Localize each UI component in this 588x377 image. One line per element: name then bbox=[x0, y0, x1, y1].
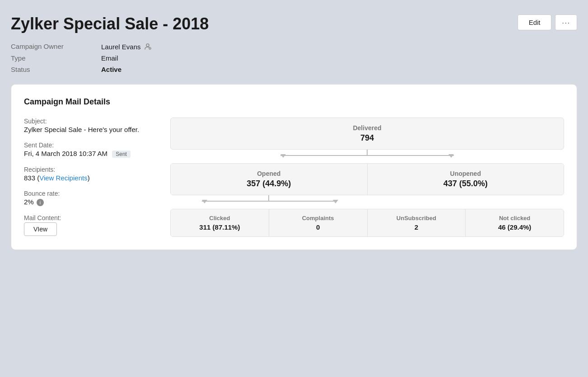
opened-label: Opened bbox=[180, 170, 358, 177]
more-button[interactable]: ··· bbox=[555, 14, 577, 30]
type-value: Email bbox=[101, 54, 209, 62]
view-button[interactable]: VIew bbox=[24, 222, 57, 236]
opened-unopened-row: Opened 357 (44.9%) Unopened 437 (55.0%) bbox=[170, 163, 564, 195]
not-clicked-label: Not clicked bbox=[470, 215, 559, 221]
unsubscribed-stat: UnSubscribed 2 bbox=[368, 209, 466, 236]
recipients-value: 833 (View Recipients) bbox=[24, 174, 159, 182]
mail-content-label: Mail Content: bbox=[24, 214, 159, 221]
delivered-stat: Delivered 794 bbox=[170, 118, 564, 150]
campaign-owner-label: Campaign Owner bbox=[11, 42, 101, 51]
sent-date-value: Fri, 4 March 2018 10:37 AM Sent bbox=[24, 150, 159, 158]
type-label: Type bbox=[11, 54, 101, 62]
delivered-label: Delivered bbox=[180, 124, 555, 132]
recipients-field: Recipients: 833 (View Recipients) bbox=[24, 166, 159, 182]
unsubscribed-label: UnSubscribed bbox=[372, 215, 461, 221]
recipients-label: Recipients: bbox=[24, 166, 159, 173]
status-value: Active bbox=[101, 66, 209, 73]
view-recipients-link[interactable]: View Recipients bbox=[39, 174, 87, 182]
status-label: Status bbox=[11, 66, 101, 73]
bounce-rate-field: Bounce rate: 2% i bbox=[24, 190, 159, 206]
complaints-value: 0 bbox=[274, 223, 363, 231]
sent-date-field: Sent Date: Fri, 4 March 2018 10:37 AM Se… bbox=[24, 141, 159, 158]
subject-label: Subject: bbox=[24, 118, 159, 125]
sent-date-label: Sent Date: bbox=[24, 141, 159, 149]
bounce-rate-value: 2% i bbox=[24, 198, 159, 206]
page-title: Zylker Special Sale - 2018 bbox=[11, 14, 209, 33]
unopened-value: 437 (55.0%) bbox=[377, 179, 555, 188]
clicked-stat: Clicked 311 (87.11%) bbox=[171, 209, 269, 236]
subject-field: Subject: Zylker Special Sale - Here's yo… bbox=[24, 118, 159, 133]
unopened-label: Unopened bbox=[377, 170, 555, 177]
svg-point-0 bbox=[146, 44, 149, 47]
unsubscribed-value: 2 bbox=[372, 223, 461, 231]
user-icon bbox=[144, 42, 152, 51]
not-clicked-value: 46 (29.4%) bbox=[470, 223, 559, 231]
not-clicked-stat: Not clicked 46 (29.4%) bbox=[466, 209, 564, 236]
complaints-label: Complaints bbox=[274, 215, 363, 221]
clicked-value: 311 (87.11%) bbox=[175, 223, 264, 231]
bottom-stats-row: Clicked 311 (87.11%) Complaints 0 UnSubs… bbox=[170, 209, 564, 237]
opened-stat: Opened 357 (44.9%) bbox=[171, 164, 368, 195]
bounce-rate-label: Bounce rate: bbox=[24, 190, 159, 197]
unopened-stat: Unopened 437 (55.0%) bbox=[368, 164, 564, 195]
stats-diagram: Delivered 794 Opened 357 (44.9%) Unopene… bbox=[170, 118, 564, 237]
complaints-stat: Complaints 0 bbox=[269, 209, 368, 236]
delivered-value: 794 bbox=[180, 133, 555, 143]
subject-value: Zylker Special Sale - Here's your offer. bbox=[24, 126, 159, 133]
edit-button[interactable]: Edit bbox=[518, 14, 552, 30]
sent-badge: Sent bbox=[112, 151, 131, 158]
bounce-rate-info-icon[interactable]: i bbox=[37, 199, 44, 206]
opened-value: 357 (44.9%) bbox=[180, 179, 358, 188]
clicked-label: Clicked bbox=[175, 215, 264, 221]
campaign-owner-value: Laurel Evans bbox=[101, 42, 209, 51]
card-title: Campaign Mail Details bbox=[24, 97, 564, 107]
campaign-mail-details-card: Campaign Mail Details Subject: Zylker Sp… bbox=[11, 84, 577, 250]
mail-content-field: Mail Content: VIew bbox=[24, 214, 159, 236]
